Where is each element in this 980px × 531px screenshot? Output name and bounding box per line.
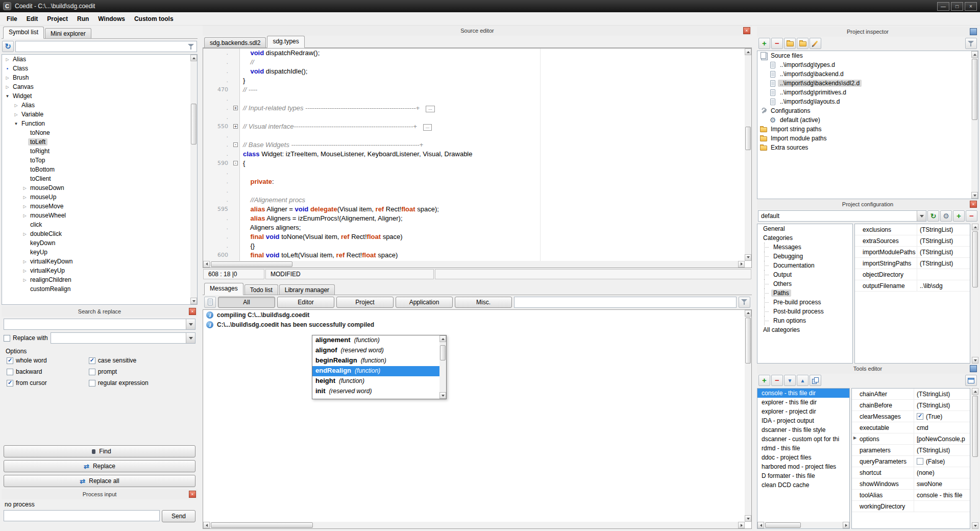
scrollbar-track[interactable] [210,522,738,528]
scroll-right-button[interactable] [738,261,745,268]
tool-ida-project-output[interactable]: IDA - project output [757,416,849,425]
code-line[interactable]: . // [203,58,745,67]
symbol-item-realignchildren[interactable]: ▷realignChildren [2,275,190,284]
symbol-item-function[interactable]: ▼Function [2,119,190,128]
property-showwindows[interactable]: showWindowsswoNone [852,478,970,490]
messages-horizontal-scrollbar[interactable] [203,522,745,528]
symbol-item-doubleclick[interactable]: ▷doubleClick [2,229,190,238]
symbol-item-customrealign[interactable]: customRealign [2,284,190,294]
symbol-item-variable[interactable]: ▷Variable [2,110,190,119]
category-output[interactable]: Output [757,270,852,279]
scrollbar-track[interactable] [972,395,978,522]
tool-explorer-project-dir[interactable]: explorer - project dir [757,407,849,416]
checkbox-prompt[interactable] [89,369,95,375]
checkbox-case-sensitive[interactable] [89,357,95,364]
property-options[interactable]: ▶options[poNewConsole,p [852,433,970,445]
symbol-item-virtualkeydown[interactable]: ▷virtualKeyDown [2,257,190,266]
inspector-item-import-module-paths[interactable]: Import module paths [757,134,971,143]
close-button[interactable]: × [965,2,977,11]
tab-mini-explorer[interactable]: Mini explorer [45,28,91,38]
property-clearmessages[interactable]: clearMessages(True) [852,411,970,422]
symbol-tree-scrollbar[interactable] [190,55,197,304]
inspector-item-import-sdg-backend-d[interactable]: ..\import\sdg\backend.d [757,69,971,79]
completion-item-alignof[interactable]: alignof(reserved word) [312,346,439,356]
pen-button[interactable] [810,38,821,49]
gear-button[interactable] [940,210,952,222]
configuration-selector-arrow[interactable] [917,211,926,221]
menu-project[interactable]: Project [42,13,72,25]
editor-area[interactable]: . void dispatchRedraw();. //. void dispa… [203,48,752,268]
symbol-item-virtualkeyup[interactable]: ▷virtualKeyUp [2,266,190,275]
scroll-up-button[interactable] [971,51,978,58]
scrollbar-track[interactable] [971,58,978,192]
menu-run[interactable]: Run [72,13,93,25]
code-line[interactable]: .class Widget: izTreeItem, MouseListener… [203,150,745,159]
property-workingdirectory[interactable]: workingDirectory [852,501,970,512]
tab-messages[interactable]: Messages [204,283,243,295]
add-button[interactable] [758,375,770,386]
code-line[interactable]: .+// Input-related types ---------------… [203,104,745,113]
code-line[interactable]: . void dispatchRedraw(); [203,49,745,58]
left-splitter[interactable] [199,26,203,531]
completion-item-height[interactable]: height(function) [312,376,439,387]
inspector-item-import-string-paths[interactable]: Import string paths [757,125,971,134]
expand-icon[interactable]: ▷ [21,213,28,218]
expand-icon[interactable]: ▷ [4,76,11,80]
expand-icon[interactable]: ▷ [4,85,11,89]
messages-funnel-button[interactable] [739,297,750,308]
option-whole-word[interactable]: whole word [7,356,89,365]
collapsed-code-indicator[interactable]: ... [423,124,432,131]
replace-with-checkbox[interactable] [4,335,10,342]
minimize-button[interactable]: — [937,2,949,11]
clone-button[interactable] [810,375,821,386]
symbol-item-canvas[interactable]: ▷Canvas [2,82,190,91]
completion-item-beginrealign[interactable]: beginRealign(function) [312,356,439,366]
symbol-item-keyup[interactable]: keyUp [2,248,190,257]
filter-funnel-icon[interactable] [188,43,194,50]
property-exclusions[interactable]: exclusions(TStringList) [855,224,970,235]
symbol-item-mouseup[interactable]: ▷mouseUp [2,192,190,202]
symbol-item-totop[interactable]: toTop [2,156,190,165]
message-row[interactable]: icompiling C:\...\build\sdg.coedit [203,310,751,320]
scroll-down-button[interactable] [972,357,978,364]
category-post-build-process[interactable]: Post-build process [757,307,852,316]
code-line[interactable]: . [203,168,745,177]
expand-icon[interactable]: ▷ [21,204,28,209]
inspector-scrollbar[interactable] [971,51,978,199]
category-messages[interactable]: Messages [757,243,852,252]
tool-rdmd-this-file[interactable]: rdmd - this file [757,444,849,453]
tab-sdg-types[interactable]: sdg.types [267,36,304,48]
code-line[interactable]: . [203,113,745,122]
code-line[interactable]: 470// ---- [203,85,745,94]
tab-library-manager[interactable]: Library manager [279,284,335,295]
code-line[interactable]: . final void toNone(Visual item, ref Rec… [203,232,745,242]
category-paths[interactable]: Paths [757,288,852,298]
replace-combo-arrow[interactable] [186,333,195,343]
replace-all-button[interactable]: Replace all [4,475,195,487]
add-button[interactable] [758,38,770,49]
symbol-item-mousedown[interactable]: ▷mouseDown [2,183,190,192]
category-debugging[interactable]: Debugging [757,252,852,261]
tab-todo-list[interactable]: Todo list [244,284,278,295]
scrollbar-track[interactable] [210,261,738,268]
search-combo-arrow[interactable] [186,319,195,329]
scroll-down-button[interactable] [439,392,446,399]
scroll-down-button[interactable] [745,515,751,522]
scroll-up-button[interactable] [972,388,978,395]
symbol-item-tonone[interactable]: toNone [2,128,190,137]
property-importmodulepaths[interactable]: importModulePaths(TStringList) [855,247,970,258]
expand-icon[interactable]: ▷ [21,195,28,200]
option-case-sensitive[interactable]: case sensitive [89,356,195,365]
code-line[interactable]: 550+// Visual interface-----------------… [203,122,745,131]
clear-messages-button[interactable] [204,297,216,308]
scrollbar-track[interactable] [764,522,843,528]
symbol-item-toright[interactable]: toRight [2,147,190,156]
expand-icon[interactable]: ▷ [21,278,28,282]
scroll-down-button[interactable] [971,192,978,199]
fold-collapse-icon[interactable]: - [233,142,238,147]
option-from-cursor[interactable]: from cursor [7,378,89,388]
property-objectdirectory[interactable]: objectDirectory [855,269,970,280]
property-importstringpaths[interactable]: importStringPaths(TStringList) [855,258,970,269]
property-outputfilename[interactable]: outputFilename..\lib\sdg [855,280,970,292]
send-button[interactable]: Send [162,510,195,522]
